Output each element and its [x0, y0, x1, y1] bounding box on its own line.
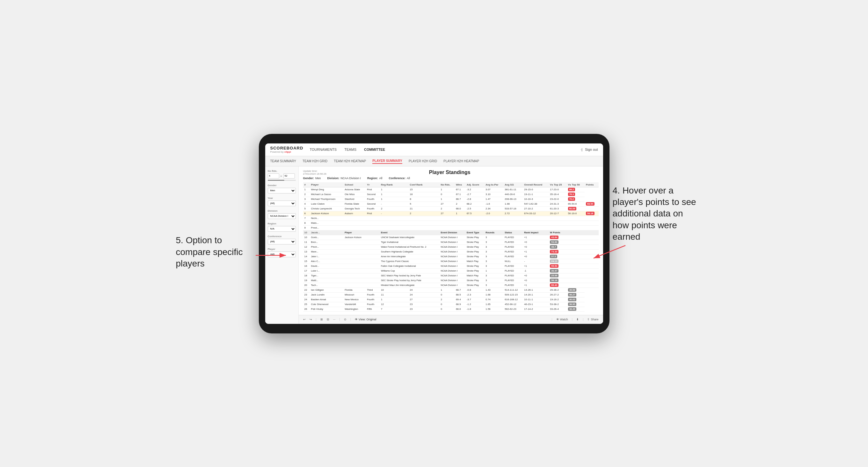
sidebar-region: Region N/A All [268, 222, 296, 232]
slider-fill [268, 180, 285, 181]
nav-tournaments[interactable]: TOURNAMENTS [310, 146, 337, 153]
sub-nav-player-h2h-heatmap[interactable]: PLAYER H2H HEATMAP [443, 159, 479, 163]
sidebar-gender: Gender Men Women [268, 184, 296, 193]
arrow-bottom-left [252, 247, 291, 263]
logo-text: SCOREBOARD [270, 146, 304, 151]
table-row: 15 Alex C... The Cypress Point Classic N… [303, 259, 599, 263]
table-row: 19 Mattl... SEC Stroke Play hosted by Je… [303, 278, 599, 283]
tablet-frame: SCOREBOARD Powered by clippi TOURNAMENTS… [259, 134, 610, 334]
annotation-bottom-left: 5. Option to compare specific players [176, 235, 252, 269]
slider-track[interactable] [268, 180, 296, 181]
sub-nav-team-h2h-heatmap[interactable]: TEAM H2H HEATMAP [334, 159, 366, 163]
table-row: 18 Tiger... SEC Match Play hosted by Jer… [303, 273, 599, 278]
update-time-label: Update time: 27/01/2024 16:56:26 [303, 169, 327, 175]
sub-nav-team-summary[interactable]: TEAM SUMMARY [270, 159, 297, 163]
division-select[interactable]: NCAA Division I NCAA Division II [268, 213, 296, 219]
annotation-top-right: 4. Hover over a player's points to see a… [613, 185, 699, 243]
copy-button[interactable]: ⊞ [320, 318, 323, 321]
table-row: 1 Wenyi Ding Arizona State First 1 15 1 … [303, 187, 599, 192]
table-row: 7 Nichi... [303, 216, 599, 221]
table-header-row: # Player School Yr Reg Rank Conf Rank No… [303, 182, 599, 187]
logo-area: SCOREBOARD Powered by clippi [270, 146, 304, 153]
table-row: 12 Phich... Wake Forest Invitational at … [303, 245, 599, 249]
undo-button[interactable]: ↩ [303, 318, 306, 321]
table-row: 4 Luke Claton Florida State Second - 5 2… [303, 201, 599, 206]
watch-icon: 👁 [556, 318, 559, 321]
sub-nav-team-h2h-grid[interactable]: TEAM H2H GRID [303, 159, 328, 163]
nav-committee[interactable]: COMMITTEE [364, 146, 385, 153]
paste-button[interactable]: ⊟ [327, 318, 329, 321]
table-row-tooltip-header: 10 Jacob... Player Event Event Division … [303, 230, 599, 235]
table-row: 8 Mats... [303, 221, 599, 225]
nav-links: TOURNAMENTS TEAMS COMMITTEE [310, 146, 385, 153]
table-row: 26 Petr Hruby Washington Fifth 7 23 0 68… [303, 307, 599, 311]
redo-button[interactable]: ↪ [310, 318, 312, 321]
table-row: 11 Bren... Tiger Invitational NCAA Divis… [303, 240, 599, 245]
conference-select[interactable]: (All) [268, 239, 296, 245]
watch-button[interactable]: 👁 Watch [556, 318, 568, 321]
nav-right: ·| Sign out [581, 148, 598, 151]
sidebar-no-rds: No Rds. – [268, 169, 296, 181]
table-row: 24 Bastien Amat New Mexico Fourth 1 27 2… [303, 297, 599, 302]
download-button[interactable]: ⬇ [576, 318, 579, 321]
table-row: 20 Tach... Mirabel Maui Jim Intercollegi… [303, 283, 599, 287]
nav-teams[interactable]: TEAMS [344, 146, 356, 153]
no-rds-max-input[interactable] [283, 174, 295, 179]
table-row: 2 Michael La Sasso Ole Miss Second 1 18 … [303, 192, 599, 197]
settings-button[interactable]: ⊙ [344, 318, 346, 321]
gender-select[interactable]: Men Women [268, 188, 296, 193]
outer-container: 4. Hover over a player's points to see a… [259, 134, 610, 334]
data-area: Update time: 27/01/2024 16:56:26 Player … [299, 166, 603, 315]
view-original-button[interactable]: 👁 View: Original [355, 318, 376, 321]
table-row-highlighted: 6 Jackson Kolson Auburn First - 2 27 1 6… [303, 211, 599, 216]
sign-out-link[interactable]: Sign out [585, 148, 598, 151]
share-icon: ⇧ [587, 318, 590, 321]
table-row: 22 Ian Gilligan Florida Third 10 24 1 68… [303, 287, 599, 292]
filters-row: Gender: Men Division: NCAA Division I Re… [303, 177, 599, 180]
table-row: 23 Jack Lundin Missouri Fourth 11 24 0 8… [303, 292, 599, 297]
more-options-button[interactable]: ··· [333, 318, 336, 321]
eye-icon: 👁 [355, 318, 358, 321]
table-row: 17 Luke I... Williams Cup NCAA Division … [303, 269, 599, 273]
tablet-screen: SCOREBOARD Powered by clippi TOURNAMENTS… [265, 144, 603, 324]
bottom-toolbar: ↩ ↪ | ⊞ ⊟ ··· | ⊙ | 👁 View: Original [299, 315, 603, 324]
table-row: 5 Christo Lamprecht Georgia Tech Fourth … [303, 206, 599, 211]
table-row: 13 Mare... Southern Highlands Collegiate… [303, 249, 599, 254]
sidebar-division: Division NCAA Division I NCAA Division I… [268, 210, 296, 219]
sub-nav-player-h2h-grid[interactable]: PLAYER H2H GRID [409, 159, 437, 163]
data-area-wrapper: Update time: 27/01/2024 16:56:26 Player … [299, 166, 603, 324]
top-nav: SCOREBOARD Powered by clippi TOURNAMENTS… [265, 144, 603, 156]
sub-nav-player-summary[interactable]: PLAYER SUMMARY [372, 158, 402, 164]
table-row: 9 Prest... [303, 225, 599, 230]
table-row: 3 Michael Thorbjornsen Stanford Fourth 1… [303, 197, 599, 201]
no-rds-min-input[interactable] [268, 174, 279, 179]
sub-nav: TEAM SUMMARY TEAM H2H GRID TEAM H2H HEAT… [265, 156, 603, 166]
table-row: 25 Cole Sherwood Vanderbilt Fourth 12 23… [303, 302, 599, 307]
region-select[interactable]: N/A All [268, 226, 296, 232]
page-title: Player Standings [429, 169, 470, 175]
sidebar-year: Year (All) 2024 2023 [268, 197, 296, 206]
sidebar: No Rds. – Gender Men [265, 166, 299, 324]
year-select[interactable]: (All) 2024 2023 [268, 200, 296, 206]
sidebar-conference: Conference (All) [268, 235, 296, 245]
table-row: 16 David... Fallen Oak Collegiate Invita… [303, 263, 599, 269]
player-standings-table: # Player School Yr Reg Rank Conf Rank No… [303, 182, 599, 312]
table-row: 14 Jake I... Amer An Intercollegiate NCA… [303, 254, 599, 259]
main-content: No Rds. – Gender Men [265, 166, 603, 324]
table-row: 10 Gonb... Jackson Kolson UNCW Seahawk I… [303, 235, 599, 240]
powered-by: Powered by clippi [270, 151, 304, 153]
share-button[interactable]: ⇧ Share [587, 318, 598, 321]
